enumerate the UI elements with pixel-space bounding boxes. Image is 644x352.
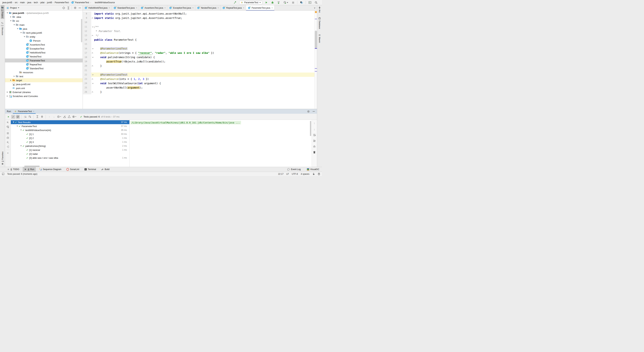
fold-marker-icon[interactable] <box>92 26 94 27</box>
project-tree-item[interactable]: entity <box>5 35 82 39</box>
project-tree-item[interactable]: pom.xml <box>5 86 82 90</box>
tree-chevron-icon[interactable] <box>14 76 15 77</box>
tree-horizontal-scrollbar[interactable] <box>24 166 40 167</box>
editor-line[interactable]: 13 */ <box>83 33 314 38</box>
project-tree-item[interactable]: main <box>5 23 82 27</box>
test-tree-item[interactable]: ✔ [3] 3 1 ms <box>11 140 130 144</box>
fold-marker-icon[interactable] <box>92 66 93 67</box>
gear-icon[interactable] <box>307 110 310 113</box>
import-into-console-icon[interactable] <box>6 145 9 148</box>
console-scrollbar[interactable] <box>310 121 311 136</box>
close-tab-icon[interactable]: × <box>272 7 273 9</box>
soft-wrap-icon[interactable] <box>313 134 316 136</box>
tree-chevron-icon[interactable] <box>16 126 18 127</box>
test-tree-item[interactable]: ✔ testWithValueSource(int) 35 ms <box>11 128 130 132</box>
editor-tab[interactable]: AssertionsTest.java × <box>139 5 168 10</box>
tool-window-button[interactable]: Sequence Diagram <box>38 167 63 172</box>
tree-chevron-icon[interactable] <box>13 122 14 123</box>
tree-chevron-icon[interactable] <box>7 96 8 97</box>
tree-chevron-icon[interactable] <box>10 20 12 22</box>
test-history-icon[interactable] <box>57 115 62 119</box>
breadcrumb-item[interactable]: junit5 <box>46 1 53 4</box>
sidebar-item-favorites[interactable]: 2: Favorites <box>1 150 4 166</box>
editor-line[interactable]: 11 /** <box>83 25 314 29</box>
close-run-tab-icon[interactable]: × <box>33 110 34 113</box>
status-message[interactable]: Tests passed: 6 (moments ago) <box>7 173 37 175</box>
sidebar-item-database[interactable]: Database <box>318 16 322 30</box>
editor-line[interactable]: 9 import static org.junit.jupiter.api.As… <box>83 16 314 20</box>
tree-chevron-icon[interactable] <box>20 32 22 33</box>
project-tree-item[interactable]: HelloWorldTest <box>5 50 82 54</box>
test-tree-item[interactable]: ✔ [3] able was I ere I saw elba 1 ms <box>11 156 130 160</box>
project-tree-item[interactable]: resources <box>5 70 82 74</box>
run-button[interactable] <box>264 0 268 4</box>
hidden-tabs-chevron-icon[interactable]: ∨ <box>312 5 317 10</box>
editor-line[interactable]: 18 void palindromes(String candidate) { <box>83 55 314 60</box>
profiler-button[interactable] <box>283 0 289 4</box>
project-tree-item[interactable]: AssertionsTest <box>5 43 82 46</box>
close-tab-icon[interactable]: × <box>243 7 244 9</box>
collapse-all-icon[interactable] <box>67 6 70 9</box>
tool-window-button[interactable]: Terminal <box>82 167 98 172</box>
project-tree-item[interactable]: java <box>5 27 82 31</box>
project-tree-item[interactable]: java-junit5 ~/pdai/www/java-junit5 <box>5 11 82 15</box>
tool-window-button[interactable]: Build <box>99 167 111 172</box>
close-tab-icon[interactable]: × <box>109 7 110 9</box>
gear-icon[interactable] <box>74 6 76 9</box>
fold-marker-icon[interactable] <box>92 78 93 80</box>
run-console[interactable]: /Library/Java/JavaVirtualMachines/jdk1.8… <box>130 120 312 167</box>
fold-marker-icon[interactable] <box>92 82 94 84</box>
editor-line[interactable]: 12 * Parameter Test. <box>83 29 314 33</box>
expand-all-icon[interactable] <box>35 115 39 119</box>
breadcrumb-item-method[interactable]: testWithValueSource <box>94 1 115 4</box>
tool-window-button[interactable]: VisualGC <box>305 167 321 172</box>
tool-window-button[interactable]: SonarLint <box>65 167 81 172</box>
close-tab-icon[interactable]: × <box>164 7 166 9</box>
test-settings-gear-icon[interactable] <box>72 115 77 119</box>
editor-tab[interactable]: StandardTest.java × <box>112 5 139 10</box>
build-hammer-icon[interactable] <box>233 0 237 4</box>
tree-chevron-icon[interactable] <box>24 36 25 37</box>
close-tab-icon[interactable]: × <box>136 7 137 9</box>
sidebar-item-ant[interactable]: Ant <box>318 5 322 14</box>
run-anything-button[interactable] <box>308 0 312 4</box>
tree-chevron-icon[interactable] <box>10 80 11 81</box>
fold-marker-icon[interactable] <box>92 48 94 49</box>
breadcrumb-item[interactable]: java-junit5 <box>2 1 13 4</box>
test-tree-item[interactable]: ✔ [1] 1 33 ms <box>11 132 130 136</box>
run-tab[interactable]: ParameterTest × <box>13 109 36 114</box>
project-tree-item[interactable]: test <box>5 74 82 78</box>
editor-line[interactable]: 14 public class ParameterTest { <box>83 38 314 42</box>
project-tree-item[interactable]: ParameterTest <box>5 58 82 62</box>
scroll-down-icon[interactable]: ↓ <box>314 128 315 131</box>
tree-chevron-icon[interactable] <box>14 24 15 25</box>
clear-all-icon[interactable] <box>313 151 316 154</box>
code-editor[interactable]: 8 import static org.junit.jupiter.api.As… <box>83 10 317 109</box>
test-tree-item[interactable]: ✔ Test Results 37 ms <box>11 120 130 124</box>
breadcrumb-item[interactable]: java <box>27 1 32 4</box>
breadcrumb-item[interactable]: ParameterTest <box>54 1 69 4</box>
editor-scrollbar-thumb[interactable] <box>315 30 317 48</box>
tool-window-button[interactable]: 4: Run <box>23 167 36 172</box>
show-ignored-toggle[interactable] <box>16 115 20 119</box>
tree-chevron-icon[interactable] <box>20 146 22 146</box>
search-everywhere-icon[interactable] <box>314 0 318 4</box>
run-with-coverage-button[interactable] <box>277 0 280 4</box>
thread-dump-icon[interactable] <box>6 136 9 139</box>
scroll-up-icon[interactable]: ↑ <box>314 122 315 125</box>
lock-icon[interactable] <box>312 173 315 175</box>
breadcrumb-item-class[interactable]: ParameterTest <box>74 1 90 4</box>
chevron-down-icon[interactable] <box>18 8 19 8</box>
sort-alphabetically-icon[interactable]: az <box>23 115 27 119</box>
editor-line[interactable]: 17 @ValueSource(strings = { "racecar", "… <box>83 51 314 55</box>
collapse-all-icon[interactable] <box>40 115 44 119</box>
project-structure-button[interactable] <box>300 0 304 4</box>
test-tree-item[interactable]: ✔ ParameterTest 37 ms <box>11 124 130 128</box>
tool-window-button[interactable]: Event Log <box>286 167 302 172</box>
line-ending[interactable]: LF <box>286 173 289 175</box>
project-tree-item[interactable]: tech.pdai.junit5 <box>5 31 82 35</box>
locate-file-icon[interactable] <box>62 6 65 9</box>
show-passed-toggle[interactable]: ✓ <box>11 115 15 119</box>
print-icon[interactable] <box>313 145 316 148</box>
toggle-auto-test-icon[interactable] <box>6 126 9 128</box>
